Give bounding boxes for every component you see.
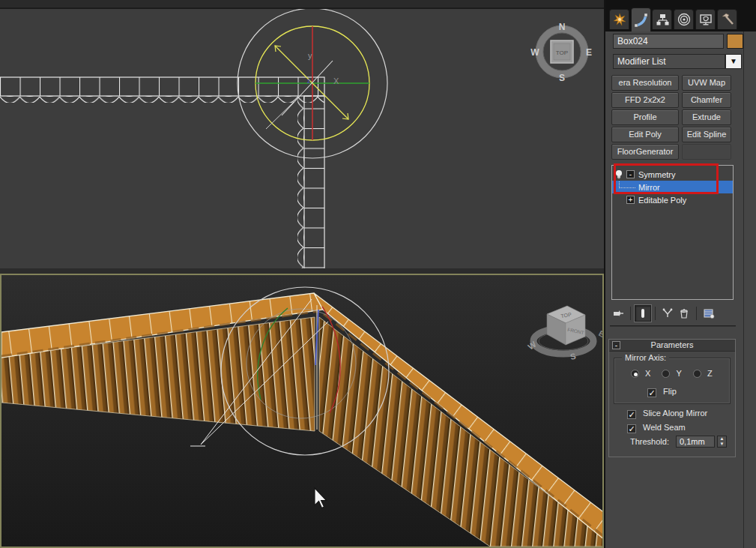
threshold-spinner[interactable]: ▲ ▼ <box>717 436 727 448</box>
mirror-axis-label: Mirror Axis: <box>622 353 669 362</box>
weld-seam-checkbox[interactable]: ✓ <box>627 424 636 433</box>
axis-radio-row: X Y Z <box>631 369 713 378</box>
radio-x[interactable] <box>631 370 639 378</box>
expand-box[interactable]: + <box>626 196 635 204</box>
display-icon <box>699 13 713 26</box>
toolbar-separator <box>655 307 656 320</box>
configure-modifier-sets-button[interactable] <box>701 305 717 322</box>
toolbar-underline <box>610 325 736 327</box>
parameters-rollout: - Parameters Mirror Axis: X Y Z ✓ Flip <box>608 339 736 457</box>
weld-row: ✓ Weld Seam <box>627 423 686 433</box>
stack-toolbar <box>610 304 737 323</box>
slice-label: Slice Along Mirror <box>643 409 707 418</box>
flip-label: Flip <box>663 387 677 396</box>
make-unique-icon <box>662 307 674 319</box>
radio-x-label: X <box>645 369 650 378</box>
flip-row: ✓ Flip <box>647 387 677 397</box>
threshold-value-field[interactable]: 0,1mm <box>676 436 715 448</box>
modifier-button-chamfer[interactable]: Chamfer <box>682 92 731 108</box>
modifier-button-camera-resolution[interactable]: era Resolution <box>611 75 679 91</box>
modify-icon <box>634 13 649 28</box>
tab-display[interactable] <box>695 9 716 29</box>
rollout-header[interactable]: - Parameters <box>609 340 735 352</box>
viewport-top-strip <box>0 0 604 9</box>
flip-checkbox[interactable]: ✓ <box>647 388 656 397</box>
slice-row: ✓ Slice Along Mirror <box>627 409 707 419</box>
compass-w: W <box>530 47 539 58</box>
toolbar-separator <box>630 307 631 320</box>
tab-hierarchy[interactable] <box>652 9 672 29</box>
radio-y[interactable] <box>662 370 670 378</box>
object-color-swatch[interactable] <box>727 34 743 49</box>
axis-label-y: y <box>308 51 312 60</box>
top-viewport-canvas: y X z TOP N E S W <box>0 9 604 268</box>
hierarchy-icon <box>656 13 669 26</box>
wall-perspective <box>1 293 602 547</box>
modifier-list-dropdown[interactable]: Modifier List <box>613 54 725 69</box>
create-icon <box>613 13 626 26</box>
modifier-stack-list: - Symmetry Mirror + Editable Poly <box>611 165 734 300</box>
modifier-button-empty[interactable] <box>682 144 731 160</box>
tab-motion[interactable] <box>674 9 694 29</box>
stack-item-label: Editable Poly <box>638 196 686 205</box>
compass-e-persp: E <box>597 328 602 339</box>
perspective-viewport[interactable]: TOP FRONT W S E <box>0 274 604 548</box>
stack-item-editable-poly[interactable]: + Editable Poly <box>612 193 733 206</box>
modifier-button-edit-spline[interactable]: Edit Spline <box>682 127 731 142</box>
modifier-button-uvw-map[interactable]: UVW Map <box>682 75 731 91</box>
utilities-icon <box>720 12 735 27</box>
compass-n: N <box>559 22 566 32</box>
viewcube-top-view[interactable]: TOP N E S W <box>530 22 592 83</box>
modifier-button-extrude[interactable]: Extrude <box>682 109 731 125</box>
motion-icon <box>677 13 691 26</box>
mirror-gizmo[interactable]: y X z <box>238 9 387 158</box>
collapse-box[interactable]: - <box>626 170 635 178</box>
pin-stack-button[interactable] <box>610 305 626 322</box>
remove-modifier-icon <box>678 307 690 319</box>
slice-along-mirror-checkbox[interactable]: ✓ <box>627 410 636 419</box>
collapse-rollout-button[interactable]: - <box>612 341 620 349</box>
modifier-button-edit-poly[interactable]: Edit Poly <box>611 127 679 142</box>
toolbar-separator <box>696 307 697 320</box>
modifier-button-floorgenerator[interactable]: FloorGenerator <box>611 144 679 160</box>
modifier-button-profile[interactable]: Profile <box>611 109 679 125</box>
viewcube-perspective[interactable]: TOP FRONT W S E <box>526 306 602 361</box>
panel-edge-line <box>743 31 744 548</box>
tab-create[interactable] <box>609 9 629 29</box>
stack-item-mirror[interactable]: Mirror <box>612 181 733 193</box>
axis-label-x: X <box>333 76 339 85</box>
configure-modifier-sets-icon <box>703 307 715 319</box>
spinner-up-icon[interactable]: ▲ <box>718 436 726 442</box>
chevron-down-icon[interactable]: ▼ <box>725 54 742 69</box>
perspective-canvas: TOP FRONT W S E <box>1 275 602 547</box>
object-name-field[interactable]: Box024 <box>613 34 724 49</box>
spinner-down-icon[interactable]: ▼ <box>718 442 726 447</box>
tree-connector <box>619 181 635 188</box>
command-panel-tabs <box>605 0 756 31</box>
weld-label: Weld Seam <box>643 423 686 432</box>
radio-z[interactable] <box>693 370 701 378</box>
mirror-axis-group: Mirror Axis: X Y Z ✓ Flip <box>614 358 731 404</box>
radio-z-label: Z <box>707 369 713 378</box>
modifier-button-ffd-2x2x2[interactable]: FFD 2x2x2 <box>611 92 679 108</box>
tab-modify[interactable] <box>631 7 651 31</box>
stack-item-symmetry[interactable]: - Symmetry <box>612 168 733 181</box>
compass-e: E <box>586 47 592 58</box>
compass-s: S <box>559 73 565 83</box>
rollout-title: Parameters <box>651 340 694 349</box>
command-panel: Box024 Modifier List ▼ era Resolution UV… <box>604 0 756 548</box>
make-unique-button[interactable] <box>659 305 676 322</box>
radio-y-label: Y <box>677 369 682 378</box>
remove-modifier-button[interactable] <box>676 305 692 322</box>
tab-utilities[interactable] <box>717 9 737 29</box>
stack-item-label: Symmetry <box>638 170 676 179</box>
wall-top-view-wireframe <box>0 77 324 268</box>
threshold-label: Threshold: <box>630 437 669 446</box>
axis-label-z: z <box>307 77 311 85</box>
viewcube-face-label: TOP <box>556 49 568 56</box>
show-end-result-button[interactable] <box>635 305 651 322</box>
viewport-divider[interactable] <box>0 268 604 274</box>
top-viewport[interactable]: y X z TOP N E S W <box>0 9 604 268</box>
lightbulb-icon <box>614 169 623 180</box>
show-end-result-icon <box>637 307 649 319</box>
